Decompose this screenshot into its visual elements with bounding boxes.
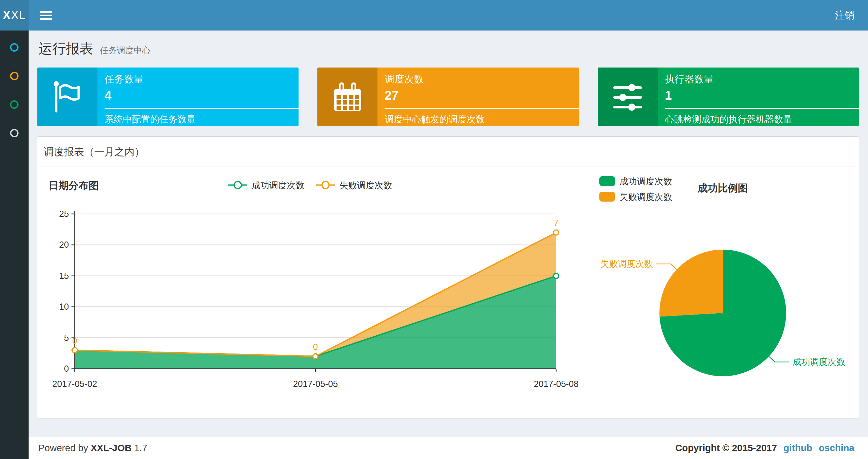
report-panel: 调度报表（一月之内） 05101520252017-05-022017-05-0… <box>37 136 859 419</box>
svg-text:成功调度次数: 成功调度次数 <box>252 181 304 190</box>
card-value: 4 <box>104 89 299 103</box>
logout-button[interactable]: 注销 <box>821 9 868 22</box>
card-description: 心跳检测成功的执行器机器数量 <box>665 113 859 126</box>
sliders-icon <box>598 67 658 126</box>
sidebar-item-logs[interactable] <box>0 90 29 119</box>
powered-by: Powered by XXL-JOB 1.7 <box>38 443 147 454</box>
panel-title: 调度报表（一月之内） <box>37 137 859 167</box>
svg-text:成功调度次数: 成功调度次数 <box>619 176 672 186</box>
panel-body: 05101520252017-05-022017-05-052017-05-08… <box>37 167 859 419</box>
chart-title: 成功比例图 <box>698 183 748 194</box>
x-tick-label: 2017-05-02 <box>52 379 97 389</box>
legend-item[interactable]: 失败调度次数 <box>599 192 672 202</box>
stat-cards: 任务数量 4 系统中配置的任务数量 <box>37 67 859 126</box>
fail-marker <box>554 230 559 235</box>
legend-item[interactable]: 成功调度次数 <box>228 181 304 190</box>
card-description: 调度中心触发的调度次数 <box>384 113 579 126</box>
data-label: 0 <box>313 342 318 352</box>
svg-text:失败调度次数: 失败调度次数 <box>339 181 392 190</box>
card-description: 系统中配置的任务数量 <box>104 113 299 126</box>
svg-text:失败调度次数: 失败调度次数 <box>619 192 672 202</box>
legend-item[interactable]: 成功调度次数 <box>599 176 672 186</box>
y-tick-label: 15 <box>59 271 69 281</box>
divider <box>104 108 299 109</box>
date-distribution-chart: 05101520252017-05-022017-05-052017-05-08… <box>44 170 583 412</box>
card-title: 执行器数量 <box>665 73 859 86</box>
card-job-count: 任务数量 4 系统中配置的任务数量 <box>37 67 299 126</box>
oschina-link[interactable]: oschina <box>818 443 855 454</box>
card-trigger-count: 调度次数 27 调度中心触发的调度次数 <box>317 67 579 126</box>
circle-icon <box>10 72 19 80</box>
product-name: XXL-JOB <box>91 443 131 453</box>
logo-bold: X <box>3 8 11 22</box>
pie-slice <box>659 250 723 317</box>
x-tick-label: 2017-05-05 <box>293 379 338 389</box>
circle-icon <box>10 129 19 137</box>
legend-item[interactable]: 失败调度次数 <box>316 181 392 190</box>
sidebar-toggle-icon[interactable] <box>29 9 63 22</box>
divider <box>665 108 859 109</box>
sidebar-item-dashboard[interactable] <box>0 33 29 62</box>
card-value: 1 <box>665 89 859 103</box>
x-tick-label: 2017-05-08 <box>534 379 579 389</box>
card-value: 27 <box>384 89 579 103</box>
success-ratio-pie-chart: 成功比例图成功调度次数失败调度次数成功调度次数失败调度次数 <box>583 170 856 412</box>
card-title: 调度次数 <box>384 73 579 86</box>
main-footer: Powered by XXL-JOB 1.7 Copyright © 2015-… <box>29 437 868 459</box>
y-tick-label: 10 <box>59 302 69 312</box>
data-label: 0 <box>72 336 77 346</box>
github-link[interactable]: github <box>783 443 812 454</box>
card-title: 任务数量 <box>104 73 299 86</box>
y-tick-label: 20 <box>59 240 69 250</box>
y-tick-label: 5 <box>64 333 69 343</box>
app-logo[interactable]: XXL <box>0 0 29 31</box>
page-subtitle: 任务调度中心 <box>100 45 150 55</box>
y-tick-label: 25 <box>59 209 69 219</box>
flag-icon <box>37 67 97 126</box>
logo-rest: XL <box>11 8 26 22</box>
circle-icon <box>10 43 19 52</box>
divider <box>384 108 579 109</box>
y-tick-label: 0 <box>64 364 69 373</box>
fail-marker <box>313 354 318 359</box>
copyright: Copyright © 2015-2017 <box>675 443 777 454</box>
pie-chart-group: 成功比例图成功调度次数失败调度次数成功调度次数失败调度次数 <box>599 176 845 376</box>
pie-label: 成功调度次数 <box>793 357 845 367</box>
main-header: XXL 注销 <box>0 0 868 31</box>
top-navbar: 注销 <box>29 0 868 31</box>
product-version: 1.7 <box>134 443 147 453</box>
success-marker <box>554 273 559 278</box>
sidebar-item-jobs[interactable] <box>0 62 29 90</box>
sidebar-item-executors[interactable] <box>0 119 29 147</box>
card-executor-count: 执行器数量 1 心跳检测成功的执行器机器数量 <box>598 67 859 126</box>
circle-icon <box>10 100 19 109</box>
content-area: 运行报表 任务调度中心 任务数量 4 系统中配置的任务数量 <box>29 31 868 437</box>
page-header: 运行报表 任务调度中心 <box>39 40 859 58</box>
chart-title: 日期分布图 <box>49 180 99 191</box>
page-title: 运行报表 <box>39 41 93 56</box>
data-label: 7 <box>554 218 558 228</box>
sidebar <box>0 31 29 459</box>
pie-label: 失败调度次数 <box>600 259 653 269</box>
calendar-icon <box>317 67 377 126</box>
fail-marker <box>72 348 77 353</box>
pie-label-line <box>769 356 789 362</box>
line-chart-group: 05101520252017-05-022017-05-052017-05-08… <box>49 180 579 389</box>
pie-label-line <box>656 264 677 269</box>
